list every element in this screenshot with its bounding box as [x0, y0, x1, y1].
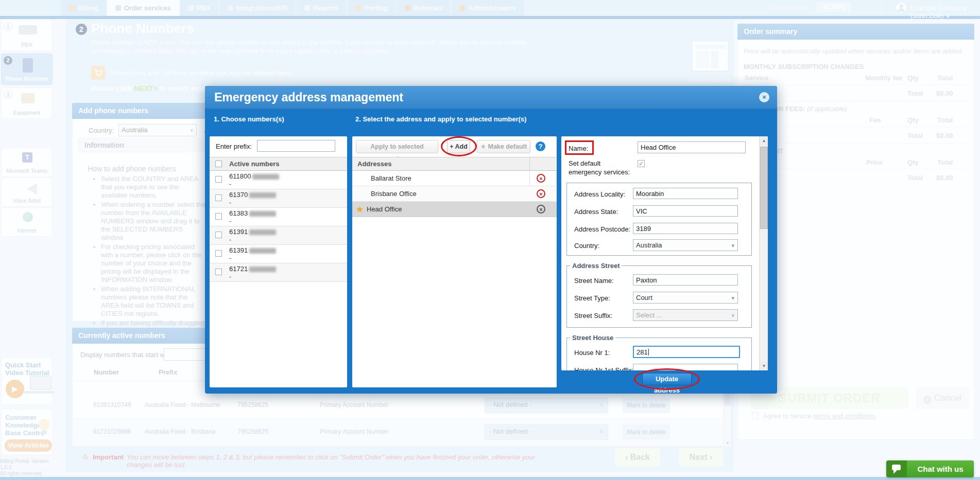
- number-row[interactable]: 61370 -: [210, 189, 347, 208]
- form-scrollbar[interactable]: ▲ ▼: [759, 136, 768, 370]
- col-qty: Qty: [907, 158, 919, 166]
- text-caret: [648, 349, 649, 355]
- number-checkbox[interactable]: [215, 250, 222, 257]
- view-more-info-link[interactable]: View more info: [689, 76, 733, 84]
- delete-address-icon[interactable]: ×: [537, 174, 545, 183]
- col-price: Price: [866, 158, 883, 166]
- total-value: $0.00: [936, 132, 953, 139]
- delete-address-icon[interactable]: ×: [537, 189, 545, 198]
- dropdown-arrow-icon: ▾: [731, 294, 734, 303]
- number-checkbox[interactable]: [215, 269, 222, 275]
- assigned-to-select[interactable]: - Not defined -∨: [485, 398, 608, 413]
- set-default-checkbox[interactable]: ✓: [638, 160, 645, 167]
- mark-to-delete-button[interactable]: Mark to delete: [623, 398, 670, 413]
- agree-terms-checkbox[interactable]: [752, 413, 759, 419]
- scroll-up-icon[interactable]: ▲: [760, 136, 768, 145]
- cancel-button[interactable]: × Cancel: [916, 387, 969, 409]
- select-all-checkbox[interactable]: [215, 161, 222, 167]
- sidebar-item-equipment[interactable]: 3 Equipment: [1, 87, 53, 119]
- street-type-select[interactable]: Court▾: [633, 292, 738, 304]
- address-row-ballarat[interactable]: Ballarat Store ×: [352, 171, 557, 186]
- number-prefix: 61370: [229, 191, 276, 199]
- street-type-label: Street Type:: [574, 294, 610, 302]
- avatar-body: [898, 8, 905, 12]
- address-row-head-office-selected[interactable]: ★ Head Office ×: [352, 202, 557, 217]
- referrals-person-icon: [405, 5, 410, 11]
- country-select[interactable]: Australia▾: [633, 239, 738, 251]
- step-badge-2: 2: [4, 56, 12, 65]
- redacted-digits: [252, 174, 279, 180]
- tab-order-services[interactable]: Order services: [107, 0, 180, 16]
- tab-pbx[interactable]: PBX: [180, 0, 219, 16]
- information-header: Information: [84, 141, 124, 149]
- number-row[interactable]: 61391 -: [210, 226, 347, 245]
- state-input[interactable]: VIC: [633, 205, 738, 217]
- address-row-brisbane[interactable]: Brisbane Office ×: [352, 186, 557, 202]
- chat-with-us-button[interactable]: Chat with us: [886, 460, 974, 477]
- number-row[interactable]: 61721 -: [210, 263, 347, 282]
- emergency-address-modal: Emergency address management × 1. Choose…: [205, 86, 777, 394]
- scroll-down-icon[interactable]: ▼: [760, 362, 768, 370]
- pbx-device-icon: [19, 25, 37, 34]
- col-total: Total: [937, 116, 953, 124]
- tab-administrators[interactable]: Administrators: [451, 0, 524, 16]
- number-checkbox[interactable]: [215, 176, 222, 183]
- country-select[interactable]: Australia▾: [118, 124, 197, 136]
- number-line2: -: [229, 236, 231, 243]
- sidebar-item-internet[interactable]: Internet: [1, 207, 53, 237]
- sidebar-item-microsoft-teams[interactable]: T Microsoft Teams: [1, 148, 53, 177]
- close-icon[interactable]: ×: [759, 92, 769, 102]
- number-checkbox[interactable]: [215, 213, 222, 220]
- page-title: Phone Numbers: [91, 21, 194, 37]
- tab-porting[interactable]: Porting: [347, 0, 397, 16]
- number-row[interactable]: 611800 -: [210, 171, 347, 189]
- tab-integrations-api[interactable]: Integrations/API: [219, 0, 297, 16]
- back-button[interactable]: ‹ Back: [615, 448, 660, 467]
- tab-label: Billing: [78, 4, 98, 12]
- mark-to-delete-button[interactable]: Mark to delete: [623, 424, 670, 440]
- sidebar-item-label: Microsoft Teams: [2, 168, 52, 174]
- postcode-input[interactable]: 3189: [633, 223, 738, 234]
- street-suffix-select[interactable]: Select ...▾: [633, 309, 738, 321]
- make-default-button[interactable]: ★ Make default: [477, 140, 530, 153]
- view-articles-button[interactable]: View Articles: [5, 439, 52, 452]
- addresses-panel: Apply to selected numbers + Add ★ Make d…: [352, 136, 557, 387]
- page-description: Phone number is NOT a line. You can link…: [91, 38, 557, 56]
- enter-prefix-input[interactable]: [257, 140, 335, 152]
- tab-referrals[interactable]: Referrals: [397, 0, 451, 16]
- help-icon[interactable]: ?: [536, 141, 545, 151]
- sidebar-item-voice-artist[interactable]: Voice Artist: [1, 177, 53, 207]
- number-row[interactable]: 61391 -: [210, 245, 347, 263]
- number-prefix: 61391: [229, 228, 276, 236]
- assigned-to-select[interactable]: - Not defined -∨: [485, 424, 608, 440]
- billing-icon: [69, 5, 75, 11]
- apply-to-selected-button[interactable]: Apply to selected numbers: [356, 140, 438, 153]
- house-suffix-input[interactable]: [633, 364, 738, 370]
- tab-reports[interactable]: Reports: [296, 0, 347, 16]
- number-row[interactable]: 61383 -: [210, 208, 347, 226]
- order-summary-header: Order summary: [737, 24, 974, 40]
- play-icon[interactable]: ▶: [6, 380, 24, 398]
- postcode-label: Address Postcode:: [574, 225, 630, 233]
- sidebar-item-label: Voice Artist: [2, 198, 52, 204]
- cell-number: 61721029896: [93, 428, 131, 435]
- number-line2: -: [229, 199, 231, 206]
- delete-address-icon[interactable]: ×: [537, 205, 545, 214]
- locality-input[interactable]: Moorabin: [633, 188, 738, 199]
- house-legend: Street House: [570, 334, 615, 342]
- tab-billing[interactable]: Billing: [61, 0, 107, 16]
- next-button[interactable]: Next ›: [679, 448, 723, 467]
- street-name-input[interactable]: Paxton: [633, 274, 738, 286]
- number-checkbox[interactable]: [215, 232, 222, 238]
- scrollbar-thumb[interactable]: [760, 147, 768, 229]
- address-name: Ballarat Store: [371, 174, 411, 182]
- number-checkbox[interactable]: [215, 194, 222, 201]
- house-nr1-input-focused[interactable]: 281: [633, 346, 740, 358]
- scroll-down-icon[interactable]: ▼: [724, 441, 731, 446]
- terms-and-conditions-link[interactable]: terms and conditions: [814, 412, 875, 420]
- quick-start-video-card[interactable]: Quick StartVideo Tutorial ▶: [1, 358, 53, 405]
- user-menu[interactable]: Example Company (John Doe) ∨: [910, 4, 980, 20]
- name-input[interactable]: Head Office: [638, 141, 746, 153]
- sidebar-item-pbx[interactable]: 1 PBX: [1, 20, 53, 51]
- sidebar-item-phone-numbers[interactable]: 2 Phone Numbers: [1, 54, 53, 85]
